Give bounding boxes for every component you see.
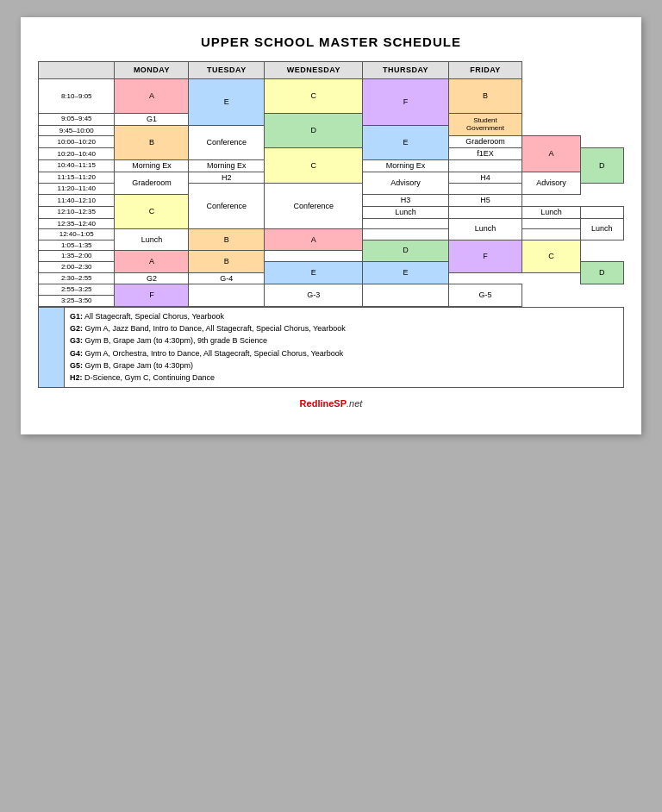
thu-G4b: [363, 284, 448, 306]
thu-E: E: [363, 125, 448, 159]
time-cell: 10:20–10:40: [39, 147, 115, 159]
label-G1: G1:: [70, 312, 83, 321]
time-cell: 1:05–1:35: [39, 240, 115, 251]
label-G4: G4:: [70, 349, 83, 358]
mon-G1: G1: [115, 113, 189, 125]
wed-advisory: Advisory: [363, 172, 448, 194]
legend-G5: G5: Gym B, Grape Jam (to 4:30pm): [70, 359, 618, 372]
mon-C: C: [115, 194, 189, 228]
time-cell: 10:00–10:20: [39, 136, 115, 148]
thu-conf2: Conference: [265, 184, 363, 229]
time-cell: 11:40–12:10: [39, 194, 115, 206]
legend-G2: G2: Gym A, Jazz Band, Intro to Dance, Al…: [70, 322, 618, 334]
tue-conference: Conference: [189, 125, 265, 159]
table-row: 2:55–3:25 F G-3 G-5: [39, 284, 624, 296]
thu-F: F: [363, 78, 448, 125]
time-cell: 8:10–9:05: [39, 78, 115, 113]
time-cell: 9:05–9:45: [39, 113, 115, 125]
fri-G5: G-5: [448, 284, 522, 306]
fri-lunch-main: Lunch: [580, 218, 623, 240]
thu-D: D: [580, 147, 623, 183]
time-cell: 9:45–10:00: [39, 125, 115, 136]
table-row: 9:05–9:45 G1 D StudentGovernment: [39, 113, 624, 125]
label-G5: G5:: [70, 361, 83, 370]
page-title: UPPER SCHOOL MASTER SCHEDULE: [38, 34, 624, 49]
col-header-friday: FRIDAY: [448, 62, 522, 79]
table-row: 8:10–9:05 A E C F B: [39, 78, 624, 113]
tue-H2: H2: [189, 172, 265, 184]
thu-G4: G-4: [189, 272, 265, 284]
wed-C: C: [265, 78, 363, 113]
time-cell: 2:00–2:30: [39, 261, 115, 272]
mon-A: A: [115, 78, 189, 113]
legend-G1: G1: All Stagecraft, Special Chorus, Year…: [70, 310, 618, 322]
fri-B: B: [448, 78, 522, 113]
time-cell: 11:15–11:20: [39, 172, 115, 184]
tue-G2b: [189, 284, 265, 306]
wed-morning-ex: Morning Ex: [189, 159, 265, 172]
time-cell: 12:40–1:05: [39, 229, 115, 240]
fri-A: A: [522, 136, 580, 172]
time-cell: 12:10–12:35: [39, 206, 115, 218]
fri-D: D: [580, 261, 623, 284]
tue-G2: G2: [115, 272, 189, 284]
wed-G3: G-3: [265, 284, 363, 306]
thu-B: B: [189, 251, 265, 272]
col-header-monday: MONDAY: [115, 62, 189, 79]
thu-lunch: Lunch: [522, 206, 580, 218]
mon-graderoom: Graderoom: [115, 172, 189, 194]
wed-graderoom: Graderoom: [448, 136, 522, 148]
wed-flexEX: f1EX: [448, 147, 522, 159]
fri-student-gov: StudentGovernment: [448, 113, 522, 135]
thu-H4: H4: [448, 172, 522, 184]
label-H2: H2:: [70, 373, 83, 382]
tue-C: C: [265, 147, 363, 183]
col-header-wednesday: WEDNESDAY: [265, 62, 363, 79]
time-cell: 1:35–2:00: [39, 251, 115, 262]
mon-morning-ex: Morning Ex: [115, 159, 189, 172]
fri-H5: H5: [448, 194, 522, 206]
tue-B: B: [189, 229, 265, 251]
thu-A: A: [265, 229, 363, 251]
fri-advisory: Advisory: [522, 172, 580, 194]
mon-F: F: [115, 284, 189, 306]
time-cell: 3:25–3:50: [39, 295, 115, 306]
mon-lunch: Lunch: [115, 229, 189, 251]
time-cell: 2:55–3:25: [39, 284, 115, 296]
fri-lunch2: [580, 206, 623, 218]
fri-morning-ex: Morning Ex: [363, 159, 448, 172]
footer-table: G1: All Stagecraft, Special Chorus, Year…: [38, 307, 624, 388]
tue-lunch: Lunch: [363, 206, 448, 218]
label-G2: G2:: [70, 324, 83, 333]
wed-H3: H3: [363, 194, 448, 206]
tue-lunch2: [363, 218, 448, 229]
footer-legend: G1: All Stagecraft, Special Chorus, Year…: [65, 307, 624, 387]
thu-lunch2: [522, 218, 580, 229]
fri-C: C: [522, 240, 580, 272]
time-cell: 10:40–11:15: [39, 159, 115, 172]
wed-lunch-main: Lunch: [448, 218, 522, 240]
col-header-time: [39, 62, 115, 79]
legend-G4: G4: Gym A, Orchestra, Intro to Dance, Al…: [70, 347, 618, 359]
footer-row: G1: All Stagecraft, Special Chorus, Year…: [39, 307, 624, 387]
mon-E: E: [265, 261, 363, 284]
site-footer: RedlineSP.net: [38, 398, 624, 409]
time-cell: 11:20–11:40: [39, 184, 115, 195]
label-G3: G3:: [70, 336, 83, 345]
wed-E: E: [363, 261, 448, 284]
table-row: 12:40–1:05 Lunch B A: [39, 229, 624, 240]
footer-color-bar: [39, 307, 65, 387]
wed-F: F: [448, 240, 522, 272]
site-name: RedlineSP: [300, 398, 347, 409]
legend-G3: G3: Gym B, Grape Jam (to 4:30pm), 9th gr…: [70, 334, 618, 347]
wed-lunch2: [448, 206, 522, 218]
col-header-tuesday: TUESDAY: [189, 62, 265, 79]
time-cell: 2:30–2:55: [39, 272, 115, 284]
col-header-thursday: THURSDAY: [363, 62, 448, 79]
page: UPPER SCHOOL MASTER SCHEDULE MONDAY TUES…: [21, 17, 641, 434]
wed-D: D: [265, 113, 363, 147]
time-cell: 12:35–12:40: [39, 218, 115, 229]
mon-B: B: [115, 125, 189, 159]
tue-conf2: Conference: [189, 184, 265, 229]
mon-D: D: [363, 240, 448, 261]
